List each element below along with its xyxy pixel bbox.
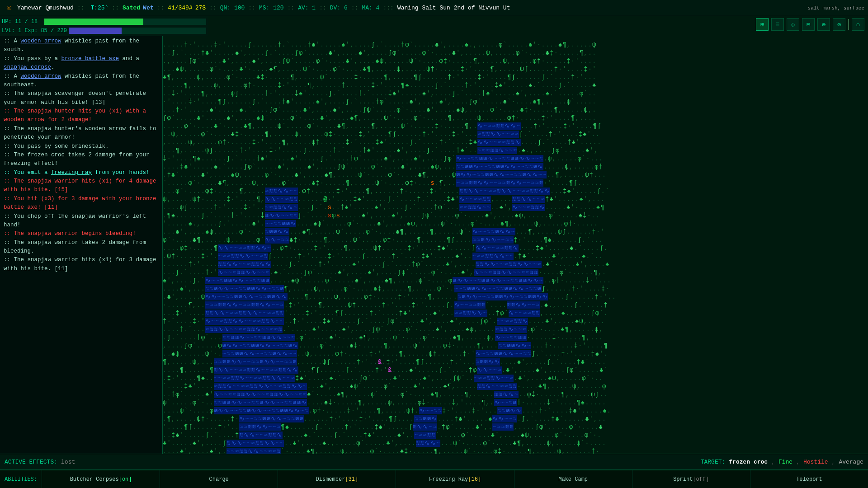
- map-row-43: ..†φ`.....♣'∿~~≈≈≋≋∿∿~~≈≋≋∿∿~~≈≈♣`·....♣…: [163, 390, 868, 399]
- top-bar: ☺ Yamewar Qmushwud :: T:25° :: Sated Wet…: [0, 0, 868, 16]
- game-map[interactable]: .....†·'....‡·'.....∫......†.`....†♣'...…: [163, 16, 868, 454]
- ability-make-camp[interactable]: Make Camp: [514, 470, 632, 488]
- map-row-25: ....φ‡·.....¶∿∿~~≈≈≋≋∿∿~..φ†·.....‡·'...…: [163, 244, 868, 252]
- map-row-15: ....‡♣'.....♠.`....∫φ`.....♣',....♠',...…: [163, 163, 868, 171]
- map-row-16: .†♣`.....♣',....♠ψ,.....φ`·....♣',....♠¶…: [163, 171, 868, 179]
- message-log: :: A wooden arrow whistles past from the…: [0, 34, 163, 454]
- map-row-48: ..‡♠'.....∫.`....†≋∿∿~~≈≋≋∿.....♠.`....∫…: [163, 431, 868, 439]
- ui-btn-skills[interactable]: ⊕: [817, 18, 830, 31]
- active-effects-value: lost: [61, 459, 75, 465]
- map-row-45: ....ψ`·....φ≋∿∿~~≈≈≋∿∿~~≈≈≋≋∿∿~≈.φ†·....…: [163, 407, 868, 415]
- abilities-list: Butcher Corpses [on] Charge Dismember [3…: [42, 470, 868, 488]
- map-row-23: ...♣',....♠ψ,.....φ`·...≈≋≋∿∿...♠¶,.....…: [163, 228, 868, 236]
- map-row-49: ♣'.....♠',....∫≋∿∿~~≈≋≋∿∿~~..♣',....♠.,.…: [163, 439, 868, 447]
- ability-freezing-ray[interactable]: Freezing Ray [16]: [396, 470, 514, 488]
- hp-track: [44, 19, 206, 25]
- map-row-21: .¶♠......∫.`....†·'....‡≋∿∿~~≈≈∫.`....sφ…: [163, 211, 868, 220]
- map-row-44: ψ`.....φ`·..≈≈≋≋∿∿~~≈≈≋∿∿~~≈≈≋≋∿....♣‡·.…: [163, 399, 868, 407]
- msg-5: :: The snapjaw hunter's wooden arrow fai…: [4, 125, 159, 142]
- top-icons: ⊞ ≡ ☩ ⊟ ⊕ ⊗ ⌂: [752, 16, 868, 33]
- map-row-37: ,....∫φ`.....φ≋∿∿~≈≈≋≋∿∿~~≈≈≋∿.....φ`·..…: [163, 342, 868, 350]
- map-render: .....†·'....‡·'.....∫......†.`....†♣'...…: [163, 16, 868, 454]
- map-row-36: .∫.`....†φ`...≈≈≋≋∿~~≈≈≋≋∿∿~~≈.φ`.....♣'…: [163, 333, 868, 342]
- map-row-5: .....¶,.....ψ,.....φ†·.....‡·'....¶,....…: [163, 81, 868, 89]
- status-wet: Wet: [143, 5, 153, 11]
- ability-sprint[interactable]: Sprint [off]: [632, 470, 750, 488]
- ui-btn-map[interactable]: ⊗: [833, 18, 845, 31]
- ms-value: MS: 120: [259, 5, 284, 11]
- map-row-19: ψ,.....ψ†·.....‡·'....¶,∿∿~~≈≋≋......@·'…: [163, 195, 868, 203]
- map-row-12: ,.....ψ,.....φ†·.....‡·'....¶,.....ψ†...…: [163, 138, 868, 146]
- target-status3: Average: [839, 459, 863, 465]
- status-sated: Sated: [123, 5, 140, 11]
- msg-11: :: You chop off the snapjaw warrior's le…: [4, 212, 159, 230]
- map-row-34: †·`....‡·'∿~~≈≋≋∿∿~~≈≈≋≋∿~~..†·'....‡♠'.…: [163, 317, 868, 325]
- msg-8: :: You emit a freezing ray from your han…: [4, 169, 159, 177]
- exp-track: [69, 28, 206, 34]
- map-row-20: ....ψ∫......†·'....‡·'..~≈≋≋∿∿~...∫.`.s.…: [163, 203, 868, 211]
- map-row-27: ......†·'....≋≋∿∿~~≈≋≋∿∿....∫.`....†·'..…: [163, 260, 868, 268]
- msg-0: :: A wooden arrow whistles past from the…: [4, 37, 159, 55]
- map-row-38: ..♠ψ,.....ψ`·.~≈≈≋≋∿∿~~≈≈≋∿∿~~..ψ,.....φ…: [163, 350, 868, 358]
- map-row-13: ...¶,.....ψ∫......†·'....‡·'.....∫......…: [163, 146, 868, 155]
- hp-fill: [44, 19, 143, 25]
- gold-value: 27$: [195, 5, 206, 11]
- map-row-2: .,....∫φ`.....♣',....♠',....∫ψ`.....φ`·.…: [163, 57, 868, 65]
- time-desc: Waning Salt Sun 2nd of Nivvun Ut: [397, 5, 510, 11]
- hp-label: HP: 11 / 18: [2, 19, 42, 25]
- exp-bar-row: LVL: 1 Exp: 85 / 220: [0, 26, 208, 35]
- map-row-31: .♣',.....ψ∿∿~~≈≈≋≋∿∿~≈≈≋≋∿∿....¶,.....ψ,…: [163, 293, 868, 301]
- msg-7: :: The frozen croc takes 2 damage from y…: [4, 151, 159, 169]
- map-row-42: `....‡♣'....≈≋≋∿~~≈≈≋≋∿∿~~≈≋≋∿∿~...♠',..…: [163, 382, 868, 390]
- map-row-28: ...∫.`....†·'∿~~≈≋≋∿∿~~≈.♠.`....∫φ`.....…: [163, 268, 868, 277]
- abilities-bar: ABILITIES: Butcher Corpses [on] Charge D…: [0, 470, 868, 488]
- map-row-9: ∫φ`.....♣'.....♠',....♠ψ`.....φ`·....♣',…: [163, 114, 868, 122]
- bottom-status-bar: ACTIVE EFFECTS: lost TARGET: frozen croc…: [0, 454, 868, 470]
- turn-value: T:25°: [90, 5, 108, 11]
- map-row-35: ....†.`...≈≋≋∿∿~~≈≈≋≋∿~~≈≈≋.`.....♣'....…: [163, 325, 868, 333]
- map-row-47: '....¶∫......†·'..≈≈≋≋∿∿~~≈¶♠......∫.`..…: [163, 423, 868, 431]
- map-row-17: `.....φ`·....♣¶,.....ψ,.....φ`·....♣‡·..…: [163, 179, 868, 187]
- map-row-22: '.....♠.,....∫.`.....♣'.~~≈≈≋≋∿....♠ψ`..…: [163, 220, 868, 228]
- msg-1: :: You pass by a bronze battle axe and a…: [4, 55, 159, 72]
- map-row-26: .ψ†·.....‡·'.~≈≈≋≋∿∿~~≈≋∫......†·'....‡·…: [163, 252, 868, 260]
- kills-value: 41/349#: [168, 5, 193, 11]
- hp-bar-row: HP: 11 / 18: [0, 17, 208, 26]
- map-row-14: ‡·'....¶♠......∫.`....†♣'.....♠'.....∫.`…: [163, 155, 868, 163]
- map-row-3: ...♠ψ,.....φ`·....♣'·....♠¶,.....ψ`·....…: [163, 65, 868, 73]
- ability-butcher-corpses[interactable]: Butcher Corpses [on]: [42, 470, 160, 488]
- target-name: frozen croc: [729, 459, 768, 465]
- active-effects-label: ACTIVE EFFECTS:: [5, 459, 57, 465]
- ui-btn-list[interactable]: ≡: [771, 18, 784, 31]
- map-row-7: ·'....‡·'....¶∫......∫.`....†♣'.....♠',.…: [163, 98, 868, 106]
- map-row-41: .‡·'....¶♠..~~≈≈≋≋∿~~≈≈≋≋∿∿~~≈‡♠'.....♠.…: [163, 374, 868, 382]
- map-row-50: ....♣',....♠',.~~≈≋≋∿∿~~≈≈≋`·....♣¶,....…: [163, 447, 868, 454]
- map-row-40: ....¶,.....¶≋∿∿~~≈≈≋≋∿~~≈≈≋≋∿∿...¶∫.....…: [163, 366, 868, 374]
- qn-value: QN: 100: [220, 5, 245, 11]
- msg-10: :: You hit (x3) for 3 damage with your b…: [4, 195, 159, 212]
- ui-btn-stats[interactable]: ⌂: [852, 18, 864, 31]
- ability-charge[interactable]: Charge: [160, 470, 278, 488]
- ma-value: MA: 4: [362, 5, 379, 11]
- msg-13: :: The snapjaw warrior takes 2 damage fr…: [4, 239, 159, 256]
- ui-btn-inv[interactable]: ⊟: [802, 18, 815, 31]
- av-value: AV: 1: [298, 5, 316, 11]
- target-status1: Fine: [778, 459, 793, 465]
- target-status2: Hostile: [803, 459, 828, 465]
- ui-btn-grid[interactable]: ⊞: [756, 18, 769, 31]
- ability-teleport[interactable]: Teleport: [750, 470, 868, 488]
- msg-2: :: A wooden arrow whistles past from the…: [4, 72, 159, 90]
- player-name: Yamewar Qmushwud: [17, 5, 74, 11]
- ability-dismember[interactable]: Dismember [31]: [278, 470, 396, 488]
- abilities-label: ABILITIES:: [0, 476, 42, 483]
- msg-6: :: You pass by some brinestalk.: [4, 142, 159, 151]
- dv-value: DV: 6: [330, 5, 348, 11]
- msg-12: :: The snapjaw warrior begins bleeding!: [4, 230, 159, 238]
- msg-3: :: The snapjaw scavenger doesn't penetra…: [4, 89, 159, 107]
- ui-btn-char[interactable]: ☩: [787, 18, 799, 31]
- msg-9: :: The snapjaw warrior hits (x1) for 4 d…: [4, 177, 159, 195]
- bars-area: HP: 11 / 18 LVL: 1 Exp: 85 / 220: [0, 16, 208, 36]
- msg-14: :: The snapjaw warrior hits (x1) for 3 d…: [4, 256, 159, 273]
- map-row-11: ..ψ,.....φ`·....♣‡·.....¶,.....ψ,.....φ‡…: [163, 130, 868, 138]
- map-row-10: .....φ`·....♣`·....♣¶,.....ψ`.....φ`·...…: [163, 122, 868, 130]
